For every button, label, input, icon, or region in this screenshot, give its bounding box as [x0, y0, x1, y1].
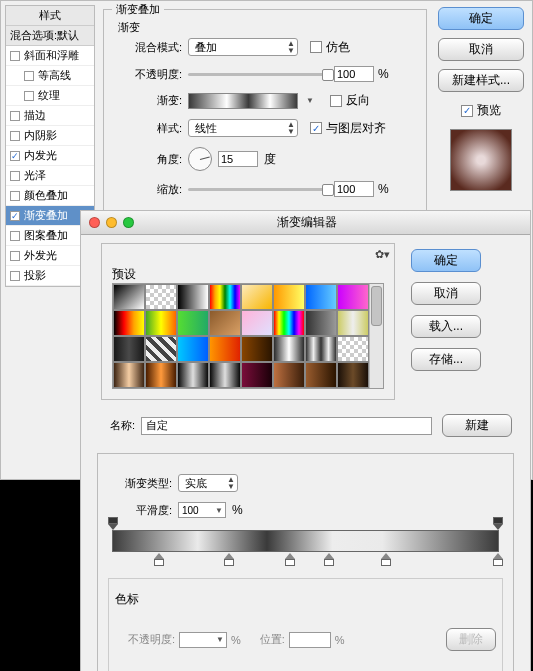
preset-swatch[interactable] [145, 336, 177, 362]
editor-load-button[interactable]: 载入... [411, 315, 481, 338]
angle-input[interactable] [218, 151, 258, 167]
preset-swatch[interactable] [209, 284, 241, 310]
sidebar-checkbox[interactable] [10, 171, 20, 181]
ok-button[interactable]: 确定 [438, 7, 524, 30]
smooth-input[interactable]: 100▼ [178, 502, 226, 518]
sidebar-checkbox[interactable] [10, 131, 20, 141]
scrollbar-thumb[interactable] [371, 286, 382, 326]
sidebar-checkbox[interactable] [10, 191, 20, 201]
preset-swatch[interactable] [337, 284, 369, 310]
preset-swatch[interactable] [209, 362, 241, 388]
preset-swatch[interactable] [273, 284, 305, 310]
presets-menu-icon[interactable]: ✿▾ [375, 248, 390, 261]
gradient-edit-group: 渐变类型: 实底▲▼ 平滑度: 100▼ % [97, 453, 514, 671]
type-select[interactable]: 实底▲▼ [178, 474, 238, 492]
blend-mode-select[interactable]: 叠加▲▼ [188, 38, 298, 56]
sidebar-item[interactable]: 光泽 [6, 166, 94, 186]
preset-swatch[interactable] [209, 310, 241, 336]
opacity-input[interactable] [334, 66, 374, 82]
preset-swatch[interactable] [209, 336, 241, 362]
window-controls [89, 217, 134, 228]
preset-swatch[interactable] [177, 362, 209, 388]
preset-swatch[interactable] [241, 310, 273, 336]
preview-checkbox[interactable]: ✓ [461, 105, 473, 117]
sidebar-checkbox[interactable]: ✓ [10, 151, 20, 161]
editor-titlebar[interactable]: 渐变编辑器 [81, 211, 530, 235]
dialog-buttons: 确定 取消 新建样式... ✓ 预览 [438, 7, 524, 191]
sidebar-item[interactable]: 纹理 [6, 86, 94, 106]
preset-swatch[interactable] [145, 284, 177, 310]
style-select[interactable]: 线性▲▼ [188, 119, 298, 137]
sidebar-checkbox[interactable] [24, 91, 34, 101]
preset-swatch[interactable] [241, 284, 273, 310]
preset-swatch[interactable] [145, 310, 177, 336]
reverse-checkbox[interactable] [330, 95, 342, 107]
preset-swatch[interactable] [273, 362, 305, 388]
sidebar-item[interactable]: 内阴影 [6, 126, 94, 146]
preset-swatch[interactable] [337, 310, 369, 336]
sidebar-checkbox[interactable] [24, 71, 34, 81]
align-checkbox[interactable]: ✓ [310, 122, 322, 134]
opacity-slider[interactable] [188, 67, 328, 81]
preset-swatch[interactable] [337, 336, 369, 362]
name-input[interactable] [141, 417, 432, 435]
minimize-icon[interactable] [106, 217, 117, 228]
editor-cancel-button[interactable]: 取消 [411, 282, 481, 305]
preset-swatch[interactable] [241, 336, 273, 362]
presets-scroll[interactable] [112, 283, 384, 389]
cancel-button[interactable]: 取消 [438, 38, 524, 61]
preset-swatch[interactable] [241, 362, 273, 388]
stop-opacity-input: ▼ [179, 632, 227, 648]
preset-swatch[interactable] [177, 336, 209, 362]
gradient-bar[interactable] [112, 530, 499, 552]
preset-swatch[interactable] [305, 310, 337, 336]
preview-toggle[interactable]: ✓ 预览 [438, 102, 524, 119]
preset-swatch[interactable] [113, 336, 145, 362]
editor-save-button[interactable]: 存储... [411, 348, 481, 371]
presets-scrollbar[interactable] [369, 284, 383, 388]
preset-swatch[interactable] [113, 310, 145, 336]
preset-swatch[interactable] [273, 336, 305, 362]
angle-unit: 度 [264, 151, 276, 168]
group-title: 渐变叠加 [112, 2, 164, 17]
close-icon[interactable] [89, 217, 100, 228]
new-style-button[interactable]: 新建样式... [438, 69, 524, 92]
scale-slider[interactable] [188, 182, 328, 196]
sidebar-checkbox[interactable] [10, 271, 20, 281]
editor-ok-button[interactable]: 确定 [411, 249, 481, 272]
style-label: 样式: [114, 121, 182, 136]
scale-label: 缩放: [114, 182, 182, 197]
sidebar-checkbox[interactable] [10, 251, 20, 261]
align-label: 与图层对齐 [326, 120, 386, 137]
preset-swatch[interactable] [177, 284, 209, 310]
gradient-dropdown-icon[interactable]: ▼ [306, 96, 314, 105]
sidebar-item[interactable]: ✓内发光 [6, 146, 94, 166]
preset-swatch[interactable] [113, 284, 145, 310]
gradient-preview[interactable] [188, 93, 298, 109]
sidebar-checkbox[interactable] [10, 231, 20, 241]
sidebar-item[interactable]: 等高线 [6, 66, 94, 86]
preset-swatch[interactable] [177, 310, 209, 336]
angle-dial[interactable] [188, 147, 212, 171]
sidebar-checkbox[interactable] [10, 111, 20, 121]
preset-swatch[interactable] [305, 336, 337, 362]
blend-options-header[interactable]: 混合选项:默认 [6, 26, 94, 46]
scale-input[interactable] [334, 181, 374, 197]
new-gradient-button[interactable]: 新建 [442, 414, 512, 437]
sidebar-checkbox[interactable] [10, 51, 20, 61]
presets-group: 预设 ✿▾ [101, 243, 395, 400]
preset-swatch[interactable] [113, 362, 145, 388]
preset-swatch[interactable] [145, 362, 177, 388]
gradient-subtitle: 渐变 [118, 20, 140, 35]
preset-swatch[interactable] [305, 362, 337, 388]
preset-swatch[interactable] [273, 310, 305, 336]
zoom-icon[interactable] [123, 217, 134, 228]
preset-swatch[interactable] [305, 284, 337, 310]
sidebar-item[interactable]: 斜面和浮雕 [6, 46, 94, 66]
dither-checkbox[interactable] [310, 41, 322, 53]
sidebar-item[interactable]: 描边 [6, 106, 94, 126]
sidebar-item-label: 内发光 [24, 148, 57, 163]
preset-swatch[interactable] [337, 362, 369, 388]
sidebar-checkbox[interactable]: ✓ [10, 211, 20, 221]
sidebar-item[interactable]: 颜色叠加 [6, 186, 94, 206]
